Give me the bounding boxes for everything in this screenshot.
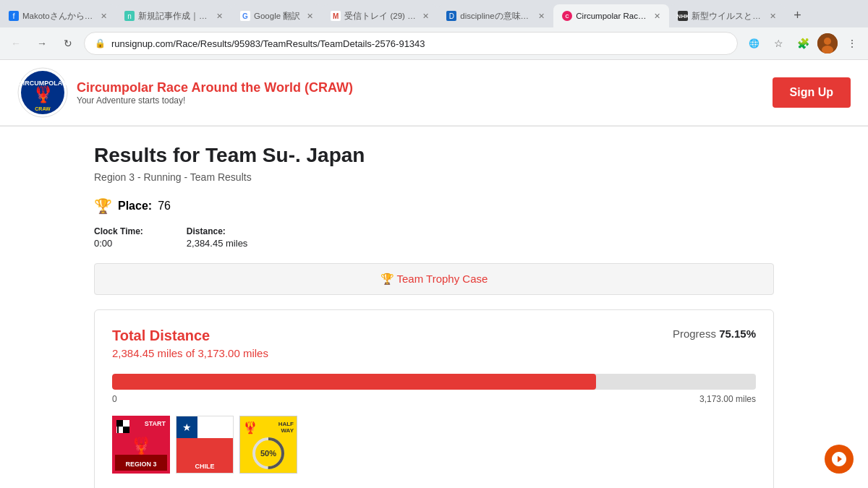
main-content: Results for Team Su-. Japan Region 3 - R… — [36, 127, 832, 488]
tab-label-google: Google 翻訳 — [254, 11, 300, 22]
tab-news[interactable]: NHK 新型ウイルスと抗マ... ✕ — [669, 4, 785, 27]
svg-text:🦞: 🦞 — [131, 435, 152, 455]
site-logo-area: CIRCUMPOLAR 🦞 CRAW Circumpolar Race Arou… — [17, 67, 353, 118]
svg-rect-14 — [123, 427, 129, 433]
badge-halfway: 🦞 HALFWAY 50% — [239, 416, 297, 474]
tab-favicon-craw: C — [562, 11, 572, 21]
url-text: runsignup.com/Race/Results/95983/TeamRes… — [111, 38, 727, 49]
badges-row: START 🦞 REGION 3 ★ — [112, 416, 756, 474]
tab-favicon-note: n — [124, 11, 135, 21]
clock-time-stat: Clock Time: 0:00 — [94, 226, 143, 249]
menu-icon[interactable]: ⋮ — [842, 33, 862, 53]
translate-icon[interactable]: 🌐 — [744, 33, 764, 53]
lobster-small-icon: 🦞 — [243, 420, 258, 435]
site-title: Circumpolar Race Around the World (CRAW) — [77, 80, 353, 95]
tab-close-note[interactable]: ✕ — [216, 12, 223, 21]
floating-action-button[interactable] — [825, 445, 854, 474]
user-avatar[interactable] — [817, 33, 838, 53]
progress-bar-container — [112, 374, 756, 390]
trophy-case-label: Team Trophy Case — [397, 273, 488, 285]
progress-label: Progress — [673, 328, 716, 340]
forward-button[interactable]: → — [32, 33, 52, 53]
tab-favicon-news: NHK — [678, 11, 688, 21]
site-logo: CIRCUMPOLAR 🦞 CRAW — [17, 67, 68, 118]
tab-gmail[interactable]: M 受信トレイ (29) - mil... ✕ — [322, 4, 438, 27]
signup-button[interactable]: Sign Up — [773, 77, 851, 108]
half-circle-indicator: 50% — [251, 436, 286, 471]
half-way-label: HALFWAY — [278, 421, 294, 434]
browser-chrome: f Makotoさんからメッ... ✕ n 新規記事作成｜note ✕ G Go… — [0, 0, 868, 60]
badge-chile: ★ CHILE — [176, 416, 234, 474]
nav-icons-group: 🌐 ☆ 🧩 ⋮ — [744, 33, 862, 53]
progress-percent: 75.15% — [719, 328, 756, 340]
svg-text:🦞: 🦞 — [243, 421, 258, 435]
svg-rect-12 — [123, 420, 129, 427]
tab-close-craw[interactable]: ✕ — [654, 12, 660, 21]
new-tab-button[interactable]: + — [785, 4, 810, 27]
site-subtitle: Your Adventure starts today! — [77, 95, 353, 106]
bookmark-icon[interactable]: ☆ — [768, 33, 788, 53]
tab-close-news[interactable]: ✕ — [770, 12, 776, 21]
distance-card-title: Total Distance — [112, 328, 268, 344]
distance-header: Total Distance 2,384.45 miles of 3,173.0… — [112, 328, 756, 362]
tab-favicon-google: G — [240, 11, 250, 21]
nav-bar: ← → ↻ 🔒 runsignup.com/Race/Results/95983… — [0, 27, 868, 59]
progress-text: Progress 75.15% — [673, 328, 756, 340]
logo-text: Circumpolar Race Around the World (CRAW)… — [77, 80, 353, 106]
region-subtitle: Region 3 - Running - Team Results — [94, 171, 774, 183]
extensions-icon[interactable]: 🧩 — [793, 33, 813, 53]
tab-label-note: 新規記事作成｜note — [138, 11, 210, 22]
tab-label-gmail: 受信トレイ (29) - mil... — [344, 11, 416, 22]
tab-facebook[interactable]: f Makotoさんからメッ... ✕ — [0, 4, 116, 27]
floating-icon — [830, 450, 848, 468]
chile-label: CHILE — [176, 457, 233, 473]
progress-bar-fill — [112, 374, 596, 390]
bar-min-label: 0 — [112, 394, 117, 404]
tab-close-gmail[interactable]: ✕ — [422, 12, 429, 21]
badge-region3: START 🦞 REGION 3 — [112, 416, 170, 474]
place-row: 🏆 Place: 76 — [94, 197, 774, 215]
tab-close-fb[interactable]: ✕ — [101, 12, 107, 21]
tab-close-google[interactable]: ✕ — [307, 12, 313, 21]
distance-card-miles: 2,384.45 miles of 3,173.00 miles — [112, 347, 268, 359]
distance-title-group: Total Distance 2,384.45 miles of 3,173.0… — [112, 328, 268, 362]
trophy-case-icon: 🏆 — [380, 273, 394, 285]
svg-text:🦞: 🦞 — [33, 85, 54, 104]
start-label: START — [145, 420, 166, 433]
svg-text:50%: 50% — [260, 449, 276, 458]
progress-bar-labels: 0 3,173.00 miles — [112, 394, 756, 404]
svg-point-4 — [824, 38, 831, 45]
address-bar[interactable]: 🔒 runsignup.com/Race/Results/95983/TeamR… — [84, 32, 738, 55]
tab-craw[interactable]: C Circumpolar Race A... ✕ — [553, 4, 669, 27]
place-label: Place: — [118, 200, 152, 213]
tab-label-fb: Makotoさんからメッ... — [22, 11, 94, 22]
tab-dict[interactable]: D disciplineの意味・使... ✕ — [438, 4, 553, 27]
tab-note[interactable]: n 新規記事作成｜note ✕ — [116, 4, 231, 27]
trophy-case-bar[interactable]: 🏆 Team Trophy Case — [94, 263, 774, 295]
lobster-icon: 🦞 — [127, 435, 156, 455]
checkered-flag-icon — [116, 420, 129, 433]
tab-favicon-fb: f — [9, 11, 19, 21]
refresh-button[interactable]: ↻ — [58, 33, 78, 53]
tab-label-craw: Circumpolar Race A... — [576, 12, 647, 20]
tab-label-news: 新型ウイルスと抗マ... — [692, 11, 763, 22]
tab-label-dict: disciplineの意味・使... — [460, 11, 532, 22]
tab-favicon-gmail: M — [331, 11, 341, 21]
tab-google[interactable]: G Google 翻訳 ✕ — [231, 4, 322, 27]
region3-label: REGION 3 — [115, 455, 167, 471]
distance-card: Total Distance 2,384.45 miles of 3,173.0… — [94, 309, 774, 488]
distance-stat: Distance: 2,384.45 miles — [187, 226, 248, 249]
bar-max-label: 3,173.00 miles — [699, 394, 756, 404]
clock-time-label: Clock Time: — [94, 226, 143, 236]
place-value: 76 — [158, 200, 171, 213]
clock-time-value: 0:00 — [94, 238, 143, 249]
svg-text:CRAW: CRAW — [35, 106, 51, 111]
tab-favicon-dict: D — [446, 11, 456, 21]
svg-text:🌐: 🌐 — [749, 38, 760, 48]
page-content: CIRCUMPOLAR 🦞 CRAW Circumpolar Race Arou… — [0, 60, 868, 488]
svg-text:C: C — [566, 14, 569, 19]
stats-row: Clock Time: 0:00 Distance: 2,384.45 mile… — [94, 226, 774, 249]
tab-bar: f Makotoさんからメッ... ✕ n 新規記事作成｜note ✕ G Go… — [0, 0, 868, 27]
back-button[interactable]: ← — [6, 33, 26, 53]
tab-close-dict[interactable]: ✕ — [538, 12, 545, 21]
